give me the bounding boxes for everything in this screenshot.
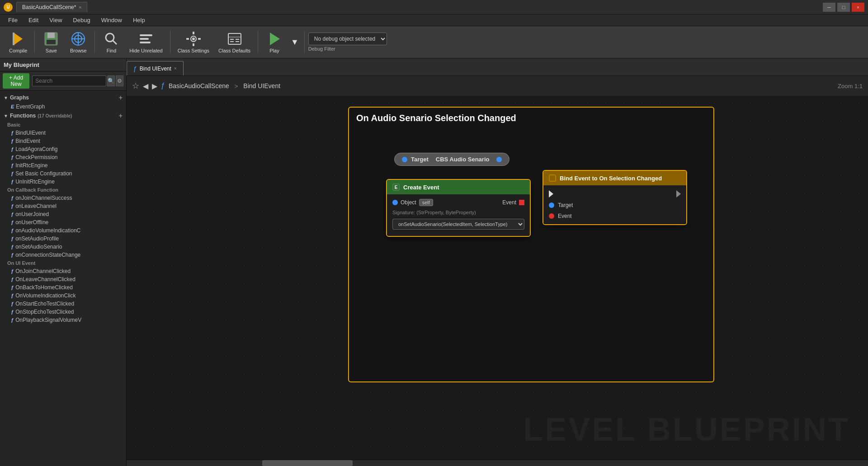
oncallback-section-header[interactable]: On Callback Function bbox=[0, 186, 126, 194]
sidebar-item-setbasicconfig[interactable]: ƒ Set Basic Configuration bbox=[0, 169, 126, 178]
sidebar-item-onaudiovolume[interactable]: ƒ onAudioVolumeIndicationC bbox=[0, 226, 126, 235]
functions-add-icon[interactable]: + bbox=[119, 112, 123, 119]
object-pin-icon bbox=[392, 200, 398, 205]
func-icon-onbacktohome: ƒ bbox=[11, 285, 14, 290]
search-submit-button[interactable]: 🔍 bbox=[107, 75, 115, 86]
class-settings-icon bbox=[185, 31, 202, 47]
func-icon-onvolumeclick: ƒ bbox=[11, 293, 14, 298]
play-dropdown-button[interactable]: ▼ bbox=[289, 28, 301, 56]
sidebar-item-onconnectionstatechange[interactable]: ƒ onConnectionStateChange bbox=[0, 251, 126, 259]
create-event-title: Create Event bbox=[403, 184, 439, 191]
func-icon-onleaveclick: ƒ bbox=[11, 277, 14, 282]
play-button[interactable]: Play bbox=[262, 28, 287, 56]
debug-object-select[interactable]: No debug object selected bbox=[308, 33, 387, 45]
bp-tab-close-icon[interactable]: × bbox=[174, 66, 177, 71]
class-defaults-button[interactable]: Class Defaults bbox=[215, 28, 254, 56]
graphs-add-icon[interactable]: + bbox=[119, 94, 123, 101]
breadcrumb-scene: BasicAudioCallScene bbox=[169, 82, 229, 89]
sidebar-item-onstartechotestclicked[interactable]: ƒ OnStartEchoTestClicked bbox=[0, 300, 126, 308]
binduievent-tab[interactable]: ƒ Bind UIEvent × bbox=[127, 61, 184, 75]
horizontal-scrollbar[interactable] bbox=[127, 460, 868, 466]
event-label: Event bbox=[502, 199, 516, 206]
sidebar-item-onstopechotestclicked[interactable]: ƒ OnStopEchoTestClicked bbox=[0, 308, 126, 316]
target-out-pin-icon bbox=[496, 157, 502, 162]
star-button[interactable]: ☆ bbox=[132, 81, 139, 91]
svg-text:E: E bbox=[395, 185, 398, 190]
sidebar-item-loadagoraconfig[interactable]: ƒ LoadAgoraConfig bbox=[0, 145, 126, 153]
sidebar-item-onuseroffline[interactable]: ƒ onUserOffline bbox=[0, 218, 126, 226]
sidebar-item-onuserjoined[interactable]: ƒ onUserJoined bbox=[0, 210, 126, 218]
sidebar-item-onleavechannel[interactable]: ƒ onLeaveChannel bbox=[0, 202, 126, 210]
class-settings-button[interactable]: Class Settings bbox=[174, 28, 213, 56]
menu-file[interactable]: File bbox=[4, 16, 22, 24]
back-button[interactable]: ◀ bbox=[143, 82, 148, 90]
func-icon-onjoinclick: ƒ bbox=[11, 268, 14, 274]
func-icon-onuserjoined: ƒ bbox=[11, 212, 14, 217]
sidebar-item-onleavechannelclicked[interactable]: ƒ OnLeaveChannelClicked bbox=[0, 275, 126, 283]
sidebar-item-initrtcengine[interactable]: ƒ InitRtcEngine bbox=[0, 161, 126, 169]
save-button[interactable]: Save bbox=[38, 28, 64, 56]
func-dropdown[interactable]: onSetAudioSenario(SelectedItem, Selectio… bbox=[392, 219, 524, 230]
basic-subsection-header[interactable]: Basic bbox=[0, 121, 126, 129]
close-button[interactable]: × bbox=[852, 3, 864, 12]
create-event-header-icon: E bbox=[392, 184, 400, 191]
find-button[interactable]: Find bbox=[99, 28, 124, 56]
hide-unrelated-button[interactable]: Hide Unrelated bbox=[126, 28, 166, 56]
sidebar-content: ▼ Graphs + E EventGraph ▼ Functions (17 … bbox=[0, 91, 126, 466]
menu-view[interactable]: View bbox=[45, 16, 66, 24]
onconnection-label: onConnectionStateChange bbox=[15, 252, 80, 258]
minimize-button[interactable]: ─ bbox=[823, 3, 835, 12]
sidebar-item-onjoinchannelclicked[interactable]: ƒ OnJoinChannelClicked bbox=[0, 267, 126, 275]
graphs-section-header[interactable]: ▼ Graphs + bbox=[0, 93, 126, 103]
basic-section-label: Basic bbox=[7, 122, 20, 127]
compile-button[interactable]: Compile bbox=[5, 28, 31, 56]
svg-rect-22 bbox=[230, 39, 234, 40]
tab-close-icon[interactable]: × bbox=[79, 5, 81, 10]
func-icon-onuseroffline: ƒ bbox=[11, 220, 14, 225]
zoom-label: Zoom 1:1 bbox=[838, 83, 863, 89]
sidebar-header: My Blueprint bbox=[0, 59, 126, 71]
svg-rect-17 bbox=[193, 43, 194, 46]
sidebar-item-onsetaudioprofile[interactable]: ƒ onSetAudioProfile bbox=[0, 235, 126, 243]
onjoin-label: onJoinChannelSuccess bbox=[15, 195, 72, 201]
search-input[interactable] bbox=[32, 75, 106, 86]
maximize-button[interactable]: □ bbox=[837, 3, 850, 12]
compile-icon bbox=[10, 31, 26, 47]
onvolumeclick-label: OnVolumeIndicationClick bbox=[15, 292, 75, 299]
browse-button[interactable]: Browse bbox=[66, 28, 91, 56]
sidebar-item-checkpermission[interactable]: ƒ CheckPermission bbox=[0, 153, 126, 161]
sidebar-item-onsetaudiosenario[interactable]: ƒ onSetAudioSenario bbox=[0, 243, 126, 251]
sidebar-item-uninitrtcengine[interactable]: ƒ UnInitRtcEngine bbox=[0, 178, 126, 186]
sidebar-item-onplaybacksignalvolume[interactable]: ƒ OnPlaybackSignalVolumeV bbox=[0, 316, 126, 324]
forward-button[interactable]: ▶ bbox=[152, 82, 157, 90]
onleave-label: onLeaveChannel bbox=[15, 203, 57, 209]
breadcrumb-bar: ☆ ◀ ▶ ƒ BasicAudioCallScene > Bind UIEve… bbox=[127, 76, 868, 96]
sidebar-item-bindevent[interactable]: ƒ BindEvent bbox=[0, 137, 126, 145]
menu-edit[interactable]: Edit bbox=[24, 16, 43, 24]
func-icon-onsetaudiosenario: ƒ bbox=[11, 244, 14, 249]
blueprint-canvas[interactable]: ☆ ◀ ▶ ƒ BasicAudioCallScene > Bind UIEve… bbox=[127, 76, 868, 466]
search-options-button[interactable]: ⚙ bbox=[116, 75, 123, 86]
menu-help[interactable]: Help bbox=[128, 16, 150, 24]
menu-window[interactable]: Window bbox=[97, 16, 127, 24]
scroll-thumb-horizontal[interactable] bbox=[262, 460, 353, 466]
sidebar-item-onjoinchannelsuccess[interactable]: ƒ onJoinChannelSuccess bbox=[0, 194, 126, 202]
sidebar-item-onvolumeindicationclick[interactable]: ƒ OnVolumeIndicationClick bbox=[0, 292, 126, 300]
signature-label: Signature: (StrProperty, ByteProperty) bbox=[392, 210, 476, 215]
add-new-button[interactable]: + Add New bbox=[3, 73, 29, 89]
svg-rect-3 bbox=[47, 33, 55, 38]
sidebar-item-onbacktohomeclicked[interactable]: ƒ OnBackToHomeClicked bbox=[0, 283, 126, 292]
functions-section-header[interactable]: ▼ Functions (17 Overridable) + bbox=[0, 111, 126, 121]
func-icon-checkpermission: ƒ bbox=[11, 155, 14, 160]
sidebar-item-binduievent[interactable]: ƒ BindUIEvent bbox=[0, 129, 126, 137]
title-tab[interactable]: BasicAudioCallScene* × bbox=[16, 2, 87, 12]
onbacktohome-label: OnBackToHomeClicked bbox=[15, 284, 73, 291]
sidebar-item-eventgraph[interactable]: E EventGraph bbox=[0, 103, 126, 111]
ue-logo-icon: U bbox=[4, 3, 13, 12]
menu-bar: File Edit View Debug Window Help bbox=[0, 14, 868, 26]
onuievent-section-header[interactable]: On UI Event bbox=[0, 259, 126, 267]
bindevent-label: BindEvent bbox=[15, 138, 40, 144]
onaudiovolume-label: onAudioVolumeIndicationC bbox=[15, 227, 80, 234]
menu-debug[interactable]: Debug bbox=[68, 16, 94, 24]
dropdown-row: onSetAudioSenario(SelectedItem, Selectio… bbox=[387, 217, 530, 233]
